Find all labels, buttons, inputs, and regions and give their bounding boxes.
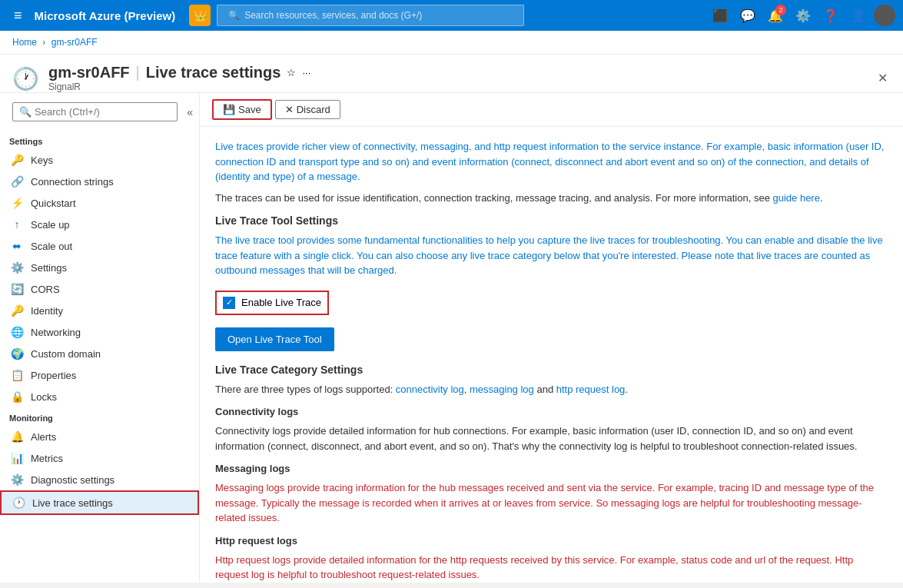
custom-domain-icon: 🌍 — [9, 347, 25, 360]
sidebar-item-alerts[interactable]: 🔔 Alerts — [0, 426, 199, 447]
networking-icon: 🌐 — [9, 326, 25, 338]
breadcrumb-separator: › — [42, 37, 48, 48]
sidebar-item-identity[interactable]: 🔑 Identity — [0, 300, 199, 321]
sidebar-section-monitoring: Monitoring — [0, 407, 199, 426]
settings-icon[interactable]: ⚙️ — [791, 3, 815, 28]
sidebar: 🔍 « Settings 🔑 Keys 🔗 Connection strings… — [0, 93, 200, 583]
sidebar-search-icon: 🔍 — [19, 106, 32, 118]
keys-icon: 🔑 — [9, 154, 25, 166]
connection-strings-icon: 🔗 — [9, 175, 25, 188]
sidebar-item-diagnostic-settings[interactable]: ⚙️ Diagnostic settings — [0, 469, 199, 490]
section1-description: The live trace tool provides some fundam… — [215, 233, 888, 278]
sidebar-item-scale-out[interactable]: ⬌ Scale out — [0, 235, 199, 257]
http-logs-section: Http request logs Http request logs prov… — [215, 535, 888, 583]
sidebar-item-connection-strings[interactable]: 🔗 Connection strings — [0, 171, 199, 192]
sidebar-item-settings[interactable]: ⚙️ Settings — [0, 257, 199, 278]
breadcrumb-home[interactable]: Home — [12, 37, 37, 48]
content-area: 💾 Save ✕ Discard Live traces provide ric… — [200, 93, 903, 583]
top-bar-icon-group: ⬛ 💬 🔔 2 ⚙️ ❓ 👤 — [708, 3, 895, 28]
sidebar-item-scale-up[interactable]: ↑ Scale up — [0, 214, 199, 235]
sidebar-item-label: Scale up — [31, 219, 70, 231]
sidebar-item-cors[interactable]: 🔄 CORS — [0, 278, 199, 300]
http-logs-desc: Http request logs provide detailed infor… — [215, 553, 888, 583]
alerts-icon: 🔔 — [9, 430, 25, 443]
sidebar-item-networking[interactable]: 🌐 Networking — [0, 321, 199, 343]
page-header: 🕐 gm-sr0AFF | Live trace settings ☆ ··· … — [0, 55, 903, 93]
top-navigation-bar: ≡ Microsoft Azure (Preview) 👑 🔍 Search r… — [0, 0, 903, 31]
section-title-1: Live Trace Tool Settings — [215, 214, 888, 227]
quickstart-icon: ⚡ — [9, 197, 25, 209]
resource-type: SignalR — [48, 81, 310, 92]
help-icon[interactable]: ❓ — [818, 3, 843, 28]
sidebar-item-label: Diagnostic settings — [31, 474, 115, 486]
user-feedback-icon[interactable]: 👤 — [846, 3, 871, 28]
metrics-icon: 📊 — [9, 452, 25, 464]
sidebar-item-label: Alerts — [31, 431, 56, 443]
toolbar: 💾 Save ✕ Discard — [200, 93, 903, 127]
diagnostic-icon: ⚙️ — [9, 473, 25, 486]
messaging-logs-desc: Messaging logs provide tracing informati… — [215, 480, 888, 526]
sidebar-item-custom-domain[interactable]: 🌍 Custom domain — [0, 343, 199, 364]
global-search[interactable]: 🔍 Search resources, services, and docs (… — [217, 5, 524, 26]
intro-paragraph-1: Live traces provide richer view of conne… — [215, 139, 888, 184]
cloud-shell-icon[interactable]: ⬛ — [708, 3, 732, 28]
section2-description: There are three types of logs supported:… — [215, 382, 888, 397]
scale-up-icon: ↑ — [9, 218, 25, 231]
user-avatar[interactable] — [874, 5, 895, 26]
sidebar-item-label: Settings — [31, 262, 67, 274]
sidebar-item-label: Locks — [31, 391, 57, 403]
search-placeholder: Search resources, services, and docs (G+… — [244, 10, 422, 21]
feedback-icon[interactable]: 💬 — [735, 3, 760, 28]
header-title-group: gm-sr0AFF | Live trace settings ☆ ··· Si… — [48, 64, 310, 92]
save-button[interactable]: 💾 Save — [212, 99, 272, 120]
sidebar-item-metrics[interactable]: 📊 Metrics — [0, 447, 199, 469]
crown-icon: 👑 — [189, 5, 211, 26]
intro-text-colored: Live traces provide richer view of conne… — [215, 141, 884, 182]
sidebar-item-label: Scale out — [31, 241, 72, 252]
sidebar-item-label: Identity — [31, 305, 63, 317]
sidebar-item-locks[interactable]: 🔒 Locks — [0, 386, 199, 407]
enable-live-trace-row: ✓ Enable Live Trace — [215, 291, 329, 315]
breadcrumb-resource[interactable]: gm-sr0AFF — [51, 37, 98, 48]
live-trace-icon: 🕐 — [11, 497, 26, 509]
sidebar-item-properties[interactable]: 📋 Properties — [0, 364, 199, 386]
sidebar-collapse-button[interactable]: « — [184, 103, 196, 121]
sidebar-section-settings: Settings — [0, 131, 199, 149]
favorite-star-icon[interactable]: ☆ — [287, 67, 296, 78]
resource-icon: 🕐 — [12, 66, 39, 91]
intro-paragraph-2: The traces can be used for issue identif… — [215, 191, 888, 206]
sidebar-item-label: Metrics — [31, 453, 63, 464]
guide-link-1[interactable]: guide here — [772, 192, 819, 204]
sidebar-item-live-trace-settings[interactable]: 🕐 Live trace settings — [0, 490, 199, 515]
open-live-trace-tool-button[interactable]: Open Live Trace Tool — [215, 327, 334, 351]
more-options-icon[interactable]: ··· — [302, 67, 310, 78]
discard-button[interactable]: ✕ Discard — [275, 100, 340, 119]
connectivity-logs-title: Connectivity logs — [215, 406, 888, 417]
notifications-icon[interactable]: 🔔 2 — [763, 3, 788, 28]
connectivity-logs-desc: Connectivity logs provide detailed infor… — [215, 424, 888, 453]
scale-out-icon: ⬌ — [9, 240, 25, 252]
sidebar-search-input[interactable] — [35, 106, 171, 118]
identity-icon: 🔑 — [9, 304, 25, 317]
app-title: Microsoft Azure (Preview) — [35, 9, 176, 22]
sidebar-item-keys[interactable]: 🔑 Keys — [0, 149, 199, 171]
breadcrumb: Home › gm-sr0AFF — [0, 31, 903, 55]
sidebar-item-label: Networking — [31, 327, 81, 338]
discard-icon: ✕ — [285, 104, 294, 115]
connectivity-logs-section: Connectivity logs Connectivity logs prov… — [215, 406, 888, 453]
messaging-logs-title: Messaging logs — [215, 463, 888, 474]
page-title: Live trace settings — [146, 64, 281, 81]
notification-badge: 2 — [775, 5, 786, 15]
enable-trace-checkbox[interactable]: ✓ — [223, 297, 235, 309]
section-title-2: Live Trace Category Settings — [215, 364, 888, 376]
enable-trace-label: Enable Live Trace — [241, 297, 321, 308]
close-button[interactable]: ✕ — [875, 68, 891, 88]
sidebar-item-quickstart[interactable]: ⚡ Quickstart — [0, 192, 199, 214]
sidebar-scroll-area: Settings 🔑 Keys 🔗 Connection strings ⚡ Q… — [0, 131, 199, 583]
hamburger-menu[interactable]: ≡ — [8, 5, 28, 27]
http-logs-title: Http request logs — [215, 535, 888, 546]
resource-name: gm-sr0AFF — [48, 64, 130, 81]
sidebar-search-box[interactable]: 🔍 — [12, 102, 178, 121]
main-layout: 🔍 « Settings 🔑 Keys 🔗 Connection strings… — [0, 93, 903, 583]
sidebar-item-label: Quickstart — [31, 198, 76, 209]
